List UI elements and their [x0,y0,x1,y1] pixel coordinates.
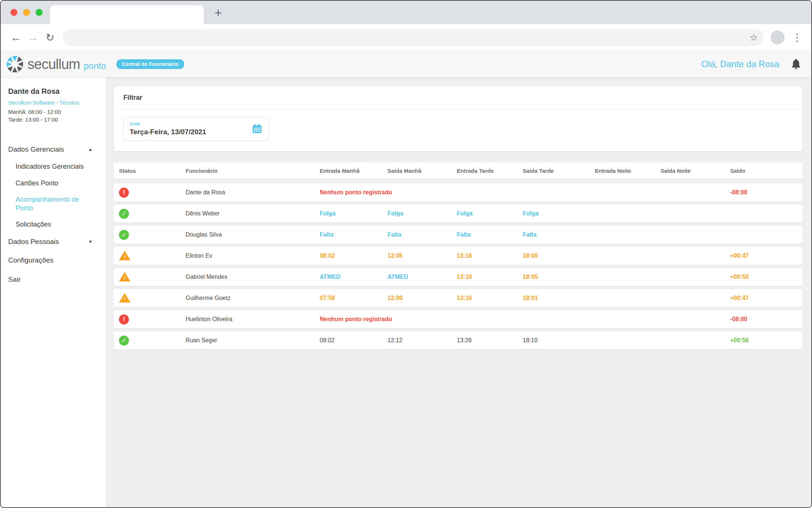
attendance-row[interactable]: ! Elinton Ev 08:02 12:05 13:16 18:00 +00… [114,247,802,265]
col-header-entrada-tarde: Entrada Tarde [454,168,520,174]
forward-arrow-icon[interactable]: → [24,31,41,44]
employee-name: Elinton Ev [183,253,317,259]
address-bar[interactable]: ☆ [62,29,764,46]
warning-triangle-icon: ! [119,272,130,282]
saldo-value: +00:56 [727,337,802,344]
attendance-row[interactable]: ✓ Ruan Seger 08:02 12:12 13:26 18:10 +00… [114,331,802,349]
reload-icon[interactable]: ↻ [41,32,59,44]
browser-window: + ← → ↻ ☆ ⋮ secullum ponto C [0,0,812,508]
saldo-value: +00:47 [727,295,802,301]
check-circle-icon: ✓ [119,336,129,346]
saida-manha-value: 12:05 [385,253,454,259]
sidebar-item-cartoes-ponto[interactable]: Cartões Ponto [8,175,106,192]
col-header-entrada-manha: Entrada Manhã [317,168,385,174]
employee-name: Gabriel Mendes [183,274,317,280]
entrada-manha-value: ATMED [317,274,385,280]
close-window-button[interactable] [10,9,17,16]
window-controls [10,9,43,16]
sidebar-item-configuracoes[interactable]: Configurações [8,251,106,270]
kebab-menu-icon[interactable]: ⋮ [792,32,802,44]
maximize-window-button[interactable] [36,9,43,16]
col-header-status: Status [114,168,183,174]
entrada-manha-value: Nenhum ponto registrado [317,316,385,323]
employee-name: Ruan Seger [183,337,317,344]
chevron-up-icon: ▲ [88,147,93,152]
entrada-tarde-value: 13:16 [454,253,520,259]
product-name: ponto [84,57,106,71]
attendance-table-header: Status Funcionário Entrada Manhã Saída M… [114,162,802,179]
minimize-window-button[interactable] [23,9,30,16]
saida-tarde-value: 18:05 [520,274,592,280]
sidebar-item-dados-gerenciais[interactable]: Dados Gerenciais ▲ [8,141,93,158]
sidebar-item-acompanhamento-de-ponto[interactable]: Acompanhamento de Ponto [8,191,82,216]
new-tab-button[interactable]: + [210,4,226,21]
saldo-value: +00:47 [727,253,802,259]
saida-tarde-value: 18:00 [520,253,592,259]
employee-name: Guilherme Goetz [183,295,317,301]
saida-manha-value: 12:00 [385,295,454,301]
browser-profile-avatar[interactable] [771,30,785,44]
chevron-down-icon: ▼ [88,239,93,244]
attendance-row[interactable]: ! Guilherme Goetz 07:58 12:00 13:16 18:0… [114,289,802,307]
entrada-tarde-value: 13:26 [454,337,520,344]
attendance-row[interactable]: ✓ Douglas Silva Falta Falta Falta Falta [114,226,802,244]
attendance-table-rows: ! Dante da Rosa Nenhum ponto registrado … [114,184,802,349]
sidebar: Dante da Rosa Secullum Software - Técnic… [1,77,106,507]
bookmark-star-icon[interactable]: ☆ [749,32,758,43]
filter-card: Filtrar Data Terça-Feira, 13/07/2021 [114,86,802,151]
sidebar-item-dados-pessoais[interactable]: Dados Pessoais ▼ [8,233,93,251]
central-funcionario-badge: Central do Funcionário [116,59,184,69]
user-greeting-link[interactable]: Olá, Dante da Rosa [701,59,779,69]
employee-name: Huelinton Oliveira [183,316,317,323]
filter-title: Filtrar [114,86,802,109]
sidebar-item-solicitacoes[interactable]: Solicitações [8,216,106,233]
entrada-tarde-value: Folga [454,210,520,217]
col-header-entrada-noite: Entrada Noite [592,168,658,174]
attendance-row[interactable]: ! Dante da Rosa Nenhum ponto registrado … [114,184,802,201]
attendance-row[interactable]: ! Huelinton Oliveira Nenhum ponto regist… [114,310,802,328]
sidebar-item-sair[interactable]: Sair [8,270,106,289]
col-header-saida-manha: Saída Manhã [385,168,454,174]
saldo-value: +00:55 [727,274,802,280]
entrada-tarde-value: 13:16 [454,295,520,301]
sidebar-item-label: Dados Pessoais [8,238,59,246]
entrada-manha-value: 07:58 [317,295,385,301]
back-arrow-icon[interactable]: ← [7,31,24,44]
sidebar-user-name: Dante da Rosa [8,87,106,96]
check-circle-icon: ✓ [119,230,129,240]
browser-tab[interactable] [50,5,204,24]
saida-manha-value: ATMED [385,274,454,280]
saida-tarde-value: Falta [520,231,592,238]
attendance-row[interactable]: ✓ Dênis Weber Folga Folga Folga Folga [114,205,802,222]
entrada-manha-value: Folga [317,210,385,217]
sidebar-user-role: Secullum Software - Técnico [8,99,106,106]
sidebar-item-indicadores-gerenciais[interactable]: Indicadores Gerenciais [8,158,106,175]
entrada-manha-value: Nenhum ponto registrado [317,189,385,196]
sidebar-menu: Dados Gerenciais ▲ Indicadores Gerenciai… [8,141,106,289]
date-field-label: Data [130,121,206,126]
sidebar-shift-morning: Manhã: 08:00 - 12:00 [8,108,106,116]
entrada-manha-value: 08:02 [317,337,385,344]
col-header-saida-noite: Saída Noite [658,168,727,174]
entrada-manha-value: 08:02 [317,253,385,259]
alert-circle-icon: ! [119,188,129,198]
warning-triangle-icon: ! [119,251,130,261]
entrada-manha-value: Falta [317,231,385,238]
saida-manha-value: Folga [385,210,454,217]
date-field-value: Terça-Feira, 13/07/2021 [130,128,206,136]
browser-tab-strip: + [1,1,811,24]
alert-circle-icon: ! [119,314,129,324]
bell-icon[interactable] [791,58,802,70]
sidebar-item-label: Dados Gerenciais [8,145,64,154]
calendar-icon[interactable] [252,123,262,134]
entrada-tarde-value: 13:10 [454,274,520,280]
page-body: Dante da Rosa Secullum Software - Técnic… [1,77,811,507]
attendance-row[interactable]: ! Gabriel Mendes ATMED ATMED 13:10 18:05… [114,268,802,286]
app-header: secullum ponto Central do Funcionário Ol… [1,51,811,77]
saldo-value: -08:00 [727,189,802,196]
date-picker-field[interactable]: Data Terça-Feira, 13/07/2021 [123,117,269,141]
saldo-value: -08:00 [727,316,802,323]
col-header-funcionario: Funcionário [183,168,317,174]
entrada-tarde-value: Falta [454,231,520,238]
brand-name: secullum [27,56,80,72]
